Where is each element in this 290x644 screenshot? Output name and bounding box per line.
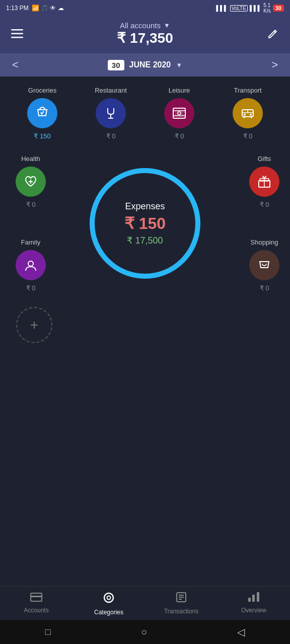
volte-icon: VoLTE (230, 5, 248, 12)
edit-button[interactable] (264, 25, 282, 43)
back-button[interactable]: ◁ (237, 626, 245, 638)
main-content: Groceries ₹ 150 Restaurant (0, 76, 290, 509)
category-leisure[interactable]: Leisure ₹ 0 (162, 87, 197, 140)
recents-button[interactable]: □ (45, 627, 51, 637)
nav-accounts-label: Accounts (24, 607, 48, 614)
date-selector[interactable]: 30 JUNE 2020 ▼ (108, 60, 182, 70)
svg-rect-1 (11, 33, 23, 35)
groceries-icon (27, 98, 57, 128)
svg-rect-17 (248, 598, 251, 602)
status-right: ▌▌▌ VoLTE ▌▌▌ 5.1K/s 30 (216, 3, 284, 14)
category-amount-transport: ₹ 0 (243, 132, 253, 140)
circle-expense: ₹ 150 (124, 214, 166, 233)
category-shopping[interactable]: Shopping ₹ 0 (247, 238, 282, 292)
category-amount-health: ₹ 0 (26, 201, 36, 208)
nav-categories-label: Categories (94, 609, 123, 616)
svg-point-8 (250, 114, 252, 116)
svg-point-14 (104, 593, 113, 602)
overview-nav-icon (248, 592, 260, 605)
add-category-button[interactable]: + (16, 307, 52, 343)
prev-month-button[interactable]: < (12, 58, 19, 71)
expense-circle: Expenses ₹ 150 ₹ 17,500 (90, 168, 200, 279)
left-categories: Health ₹ 0 Family ₹ 0 (8, 155, 53, 292)
health-icon (16, 167, 46, 197)
next-month-button[interactable]: > (271, 58, 278, 71)
category-gifts[interactable]: Gifts ₹ 0 (247, 155, 282, 208)
nav-categories[interactable]: Categories (91, 592, 126, 616)
date-bar: < 30 JUNE 2020 ▼ > (0, 53, 290, 76)
accounts-label: All accounts (120, 21, 161, 30)
status-bar: 1:13 PM 📶 🎵 👁 ☁ ▌▌▌ VoLTE ▌▌▌ 5.1K/s 30 (0, 0, 290, 16)
categories-nav-icon (103, 592, 115, 607)
top-categories: Groceries ₹ 150 Restaurant (8, 87, 282, 140)
system-nav: □ ○ ◁ (0, 620, 290, 644)
bottom-nav: Accounts Categories Transactions Ov (0, 586, 290, 620)
nav-transactions-label: Transactions (164, 608, 198, 615)
category-amount-family: ₹ 0 (26, 284, 36, 292)
status-left: 1:13 PM 📶 🎵 👁 ☁ (6, 5, 64, 12)
add-plus-icon: + (30, 317, 38, 333)
category-amount-gifts: ₹ 0 (260, 201, 269, 208)
category-name-restaurant: Restaurant (95, 87, 127, 94)
category-restaurant[interactable]: Restaurant ₹ 0 (93, 87, 128, 140)
svg-rect-19 (257, 592, 259, 602)
battery: 30 (273, 5, 284, 12)
svg-point-9 (28, 261, 33, 266)
category-amount-groceries: ₹ 150 (34, 132, 50, 140)
svg-rect-0 (11, 29, 23, 31)
day-badge: 30 (108, 60, 124, 70)
family-icon (16, 250, 46, 280)
time: 1:13 PM (6, 5, 29, 12)
middle-section: Health ₹ 0 Family ₹ 0 (8, 155, 282, 292)
header: All accounts ▼ ₹ 17,350 (0, 16, 290, 53)
circle-ring: Expenses ₹ 150 ₹ 17,500 (90, 168, 200, 279)
menu-button[interactable] (8, 25, 26, 43)
category-name-shopping: Shopping (251, 238, 278, 246)
svg-point-15 (107, 596, 111, 600)
speed-label: 5.1K/s (263, 3, 270, 14)
svg-rect-18 (252, 595, 255, 602)
circle-income: ₹ 17,500 (127, 235, 163, 246)
total-amount: ₹ 17,350 (117, 30, 173, 46)
status-icons: 📶 🎵 👁 ☁ (32, 5, 64, 12)
restaurant-icon (96, 98, 126, 128)
category-amount-leisure: ₹ 0 (175, 132, 184, 140)
category-groceries[interactable]: Groceries ₹ 150 (25, 87, 60, 140)
category-name-gifts: Gifts (258, 155, 271, 163)
chevron-down-icon: ▼ (164, 22, 170, 29)
category-name-transport: Transport (234, 87, 261, 94)
category-name-family: Family (21, 238, 40, 246)
chevron-down-icon: ▼ (176, 61, 182, 69)
category-amount-shopping: ₹ 0 (260, 284, 269, 292)
nav-transactions[interactable]: Transactions (164, 592, 199, 616)
nav-overview[interactable]: Overview (236, 592, 271, 616)
accounts-selector[interactable]: All accounts ▼ (120, 21, 170, 30)
svg-rect-2 (11, 37, 23, 38)
svg-rect-13 (31, 596, 42, 597)
category-name-leisure: Leisure (169, 87, 190, 94)
signal-icon: ▌▌▌ (216, 5, 228, 11)
category-amount-restaurant: ₹ 0 (106, 132, 116, 140)
category-health[interactable]: Health ₹ 0 (8, 155, 53, 208)
home-button[interactable]: ○ (141, 626, 147, 638)
transport-icon (233, 98, 263, 128)
category-transport[interactable]: Transport ₹ 0 (230, 87, 265, 140)
svg-point-7 (244, 114, 246, 116)
leisure-icon (164, 98, 194, 128)
signal2-icon: ▌▌▌ (250, 5, 261, 11)
nav-overview-label: Overview (241, 607, 266, 614)
category-name-health: Health (21, 155, 40, 163)
shopping-icon (249, 250, 279, 280)
nav-accounts[interactable]: Accounts (19, 592, 54, 616)
gifts-icon (249, 167, 279, 197)
right-categories: Gifts ₹ 0 Shopping (237, 155, 282, 292)
transactions-nav-icon (176, 592, 187, 606)
header-center: All accounts ▼ ₹ 17,350 (117, 21, 173, 46)
category-family[interactable]: Family ₹ 0 (8, 238, 53, 292)
month-year: JUNE 2020 (129, 60, 171, 69)
accounts-nav-icon (30, 592, 42, 605)
circle-label: Expenses (125, 201, 165, 212)
category-name-groceries: Groceries (28, 87, 56, 94)
